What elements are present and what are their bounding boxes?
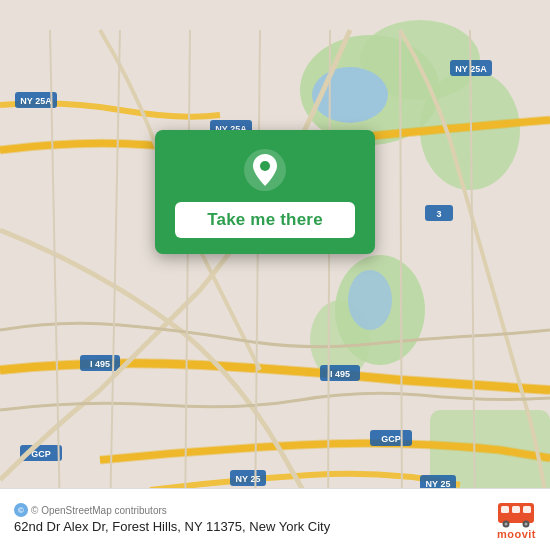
svg-text:GCP: GCP — [31, 449, 51, 459]
moovit-text: moovit — [497, 528, 536, 540]
svg-text:I 495: I 495 — [330, 369, 350, 379]
address-text: 62nd Dr Alex Dr, Forest Hills, NY 11375,… — [14, 519, 330, 536]
svg-text:GCP: GCP — [381, 434, 401, 444]
location-card: Take me there — [155, 130, 375, 254]
moovit-logo: moovit — [497, 500, 536, 540]
location-pin-icon — [243, 148, 287, 192]
take-me-there-button[interactable]: Take me there — [175, 202, 355, 238]
osm-logo: © — [14, 503, 28, 517]
svg-text:NY 25A: NY 25A — [20, 96, 52, 106]
bottom-left-info: © © OpenStreetMap contributors 62nd Dr A… — [14, 503, 330, 536]
svg-rect-33 — [512, 506, 520, 513]
bottom-bar: © © OpenStreetMap contributors 62nd Dr A… — [0, 488, 550, 550]
svg-rect-32 — [501, 506, 509, 513]
svg-text:NY 25: NY 25 — [236, 474, 261, 484]
osm-credit: © © OpenStreetMap contributors — [14, 503, 330, 517]
map-background: I 495 I 495 GCP GCP NY 25A NY 25A NY 25A… — [0, 0, 550, 550]
osm-credit-text: © OpenStreetMap contributors — [31, 505, 167, 516]
moovit-bus-icon — [497, 500, 535, 528]
svg-rect-34 — [523, 506, 531, 513]
svg-point-36 — [505, 522, 508, 525]
svg-point-30 — [260, 161, 270, 171]
svg-text:I 495: I 495 — [90, 359, 110, 369]
svg-point-8 — [348, 270, 392, 330]
map-container: I 495 I 495 GCP GCP NY 25A NY 25A NY 25A… — [0, 0, 550, 550]
svg-text:3: 3 — [436, 209, 441, 219]
svg-point-38 — [525, 522, 528, 525]
